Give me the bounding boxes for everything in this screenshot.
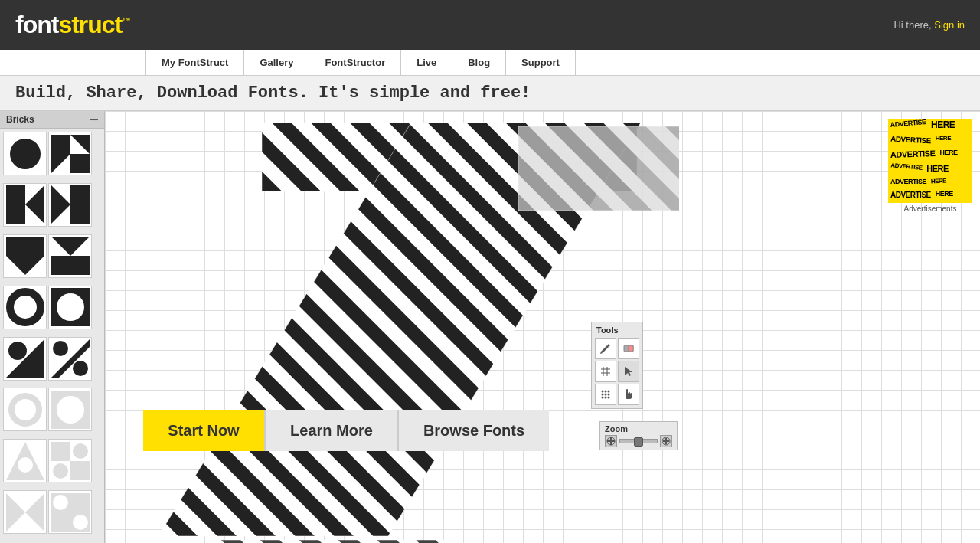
bricks-panel: Bricks ─: [0, 111, 105, 543]
browse-fonts-button[interactable]: Browse Fonts: [397, 410, 549, 451]
dots-tool-button[interactable]: [595, 384, 616, 405]
tools-panel: Tools: [591, 322, 643, 409]
header: fontstruct™ Hi there, Sign in: [0, 0, 980, 50]
svg-rect-11: [51, 256, 90, 275]
pencil-tool-button[interactable]: [595, 338, 616, 359]
svg-rect-9: [6, 237, 44, 256]
ad-panel: ADVERTISE HERE ADVERTISE HERE ADVERTISE …: [888, 119, 972, 213]
svg-marker-47: [518, 126, 679, 211]
brick-item[interactable]: [48, 439, 92, 482]
svg-marker-12: [51, 237, 90, 256]
ad-text: HERE: [934, 190, 955, 202]
nav-my-fontstruct[interactable]: My FontStruct: [145, 50, 244, 75]
svg-rect-28: [51, 442, 70, 461]
brick-item[interactable]: [48, 388, 92, 431]
brick-item[interactable]: [48, 234, 92, 278]
ad-text: HERE: [934, 135, 952, 147]
ad-image[interactable]: ADVERTISE HERE ADVERTISE HERE ADVERTISE …: [888, 119, 972, 203]
brick-item[interactable]: [3, 286, 47, 329]
brick-item[interactable]: [48, 286, 92, 329]
svg-marker-6: [25, 185, 44, 224]
svg-point-31: [73, 443, 88, 459]
svg-point-36: [53, 495, 68, 510]
canvas-area[interactable]: Start Now Learn More Browse Fonts Tools: [105, 111, 980, 543]
bricks-header: Bricks ─: [0, 111, 104, 129]
start-now-button[interactable]: Start Now: [143, 410, 264, 451]
logo-part1: font: [15, 11, 58, 38]
svg-point-58: [608, 391, 610, 393]
svg-rect-29: [70, 461, 90, 480]
brick-item[interactable]: [3, 234, 47, 278]
brick-item[interactable]: [3, 132, 47, 175]
svg-marker-3: [51, 154, 70, 173]
svg-point-20: [73, 361, 88, 376]
buttons-row: Start Now Learn More Browse Fonts: [143, 410, 549, 451]
nav-gallery[interactable]: Gallery: [244, 50, 309, 75]
svg-point-30: [53, 463, 68, 479]
ad-label-text: Advertisements: [888, 204, 972, 213]
svg-point-64: [608, 397, 610, 399]
ad-text: HERE: [938, 149, 959, 162]
tools-panel-title: Tools: [595, 325, 639, 335]
logo-tm: ™: [122, 15, 130, 26]
brick-item[interactable]: [48, 337, 92, 381]
learn-more-button[interactable]: Learn More: [264, 410, 397, 451]
zoom-out-button[interactable]: [605, 435, 617, 447]
ad-text: HERE: [929, 119, 956, 133]
brick-item[interactable]: [48, 183, 92, 227]
zoom-slider-thumb[interactable]: [634, 437, 643, 447]
nav-support[interactable]: Support: [506, 50, 576, 75]
logo[interactable]: fontstruct™: [15, 11, 130, 39]
svg-rect-1: [51, 135, 70, 154]
brick-item[interactable]: [3, 439, 47, 482]
bricks-close-icon[interactable]: ─: [90, 113, 98, 126]
brick-item[interactable]: [3, 183, 47, 227]
svg-point-61: [608, 394, 610, 396]
svg-point-13: [10, 292, 41, 322]
sign-in-link[interactable]: Sign in: [934, 19, 965, 31]
ad-text: ADVERTISE: [888, 162, 924, 178]
ad-text: ADVERTISE: [889, 148, 937, 162]
svg-point-15: [57, 293, 84, 321]
svg-point-59: [602, 394, 604, 396]
zoom-controls: [605, 435, 672, 447]
nav-live[interactable]: Live: [401, 50, 452, 75]
brick-item[interactable]: [3, 490, 47, 534]
greeting-text: Hi there,: [893, 19, 931, 31]
logo-part2: struct: [58, 11, 122, 38]
zoom-in-button[interactable]: [660, 435, 672, 447]
svg-point-27: [18, 457, 33, 473]
grid-tool-button[interactable]: [595, 361, 616, 382]
ad-text: HERE: [925, 163, 950, 176]
tools-grid: [595, 338, 639, 405]
svg-point-63: [605, 397, 607, 399]
ad-text: ADVERTISE: [889, 133, 933, 148]
svg-point-57: [605, 391, 607, 393]
brick-item[interactable]: [3, 388, 47, 431]
brick-item[interactable]: [48, 490, 92, 534]
brick-item[interactable]: [3, 337, 47, 381]
svg-point-56: [602, 391, 604, 393]
bricks-title: Bricks: [6, 114, 34, 125]
logo-text: fontstruct™: [15, 11, 130, 39]
tagline: Build, Share, Download Fonts. It's simpl…: [0, 76, 980, 111]
zoom-slider[interactable]: [619, 439, 658, 443]
nav-fontstructor[interactable]: FontStructor: [309, 50, 401, 75]
bricks-grid: [0, 129, 104, 543]
hand-tool-button[interactable]: [618, 384, 639, 405]
svg-point-0: [10, 139, 41, 169]
zoom-label: Zoom: [605, 424, 672, 433]
ad-text: ADVERTISE: [888, 119, 928, 135]
ad-text: HERE: [929, 177, 949, 189]
svg-marker-55: [625, 367, 632, 376]
svg-point-17: [8, 342, 27, 360]
ad-text-pattern: ADVERTISE HERE ADVERTISE HERE ADVERTISE …: [888, 119, 972, 203]
svg-marker-48: [204, 540, 449, 543]
nav-blog[interactable]: Blog: [452, 50, 506, 75]
eraser-tool-button[interactable]: [618, 338, 639, 359]
select-tool-button[interactable]: [618, 361, 639, 382]
svg-rect-7: [70, 185, 90, 224]
zoom-panel: Zoom: [599, 421, 678, 450]
svg-rect-5: [6, 185, 25, 224]
brick-item[interactable]: [48, 132, 92, 175]
